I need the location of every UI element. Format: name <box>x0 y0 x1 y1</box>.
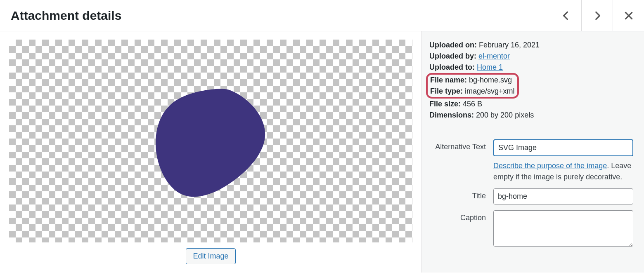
caption-label: Caption <box>429 210 493 222</box>
image-preview-transparency-grid <box>9 40 412 242</box>
edit-image-button[interactable]: Edit Image <box>186 248 235 264</box>
attachment-meta: Uploaded on: February 16, 2021 Uploaded … <box>429 40 633 121</box>
close-icon <box>623 10 634 21</box>
caption-row: Caption <box>429 210 633 249</box>
separator <box>429 130 633 130</box>
meta-file-size: File size: 456 B <box>429 99 633 110</box>
uploaded-by-link[interactable]: el-mentor <box>478 52 510 60</box>
alt-text-input[interactable] <box>493 139 633 156</box>
title-input[interactable] <box>493 188 633 204</box>
header-controls <box>550 0 644 31</box>
caption-textarea[interactable] <box>493 210 633 247</box>
meta-uploaded-to: Uploaded to: Home 1 <box>429 62 633 73</box>
chevron-right-icon <box>592 10 603 21</box>
attachment-image-preview <box>128 59 294 223</box>
alt-text-label: Alternative Text <box>429 139 493 151</box>
meta-file-name: File name: bg-home.svg <box>430 75 515 86</box>
meta-file-type: File type: image/svg+xml <box>430 86 515 97</box>
next-button[interactable] <box>581 0 613 31</box>
modal-title: Attachment details <box>11 9 121 23</box>
attachment-details-pane: Uploaded on: February 16, 2021 Uploaded … <box>422 31 644 273</box>
alt-text-row: Alternative Text Describe the purpose of… <box>429 139 633 183</box>
media-preview-pane: Edit Image <box>0 31 422 273</box>
uploaded-to-link[interactable]: Home 1 <box>477 63 503 71</box>
meta-uploaded-on: Uploaded on: February 16, 2021 <box>429 40 633 51</box>
alt-text-help-link[interactable]: Describe the purpose of the image <box>493 162 607 170</box>
modal-body: Edit Image Uploaded on: February 16, 202… <box>0 31 644 273</box>
annotation-highlight-box: File name: bg-home.svg File type: image/… <box>426 73 519 99</box>
title-label: Title <box>429 188 493 200</box>
prev-button[interactable] <box>550 0 581 31</box>
meta-dimensions: Dimensions: 200 by 200 pixels <box>429 110 633 121</box>
meta-uploaded-by: Uploaded by: el-mentor <box>429 51 633 62</box>
close-button[interactable] <box>613 0 644 31</box>
alt-text-help: Describe the purpose of the image. Leave… <box>493 160 633 183</box>
title-row: Title <box>429 188 633 204</box>
chevron-left-icon <box>561 10 571 21</box>
modal-header: Attachment details <box>0 0 644 31</box>
